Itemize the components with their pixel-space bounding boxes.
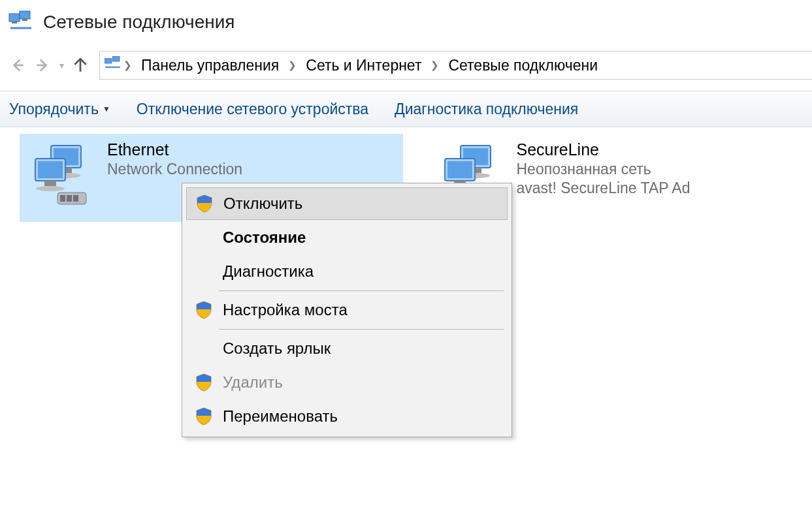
breadcrumb: ❯ Панель управления ❯ Сеть и Интернет ❯ … <box>123 57 604 74</box>
shield-icon <box>193 299 215 321</box>
shield-icon <box>193 371 215 394</box>
svg-rect-0 <box>9 14 20 22</box>
chevron-right-icon: ❯ <box>288 59 297 71</box>
shield-icon <box>193 405 215 428</box>
breadcrumb-item-network-internet[interactable]: Сеть и Интернет <box>299 57 428 74</box>
svg-rect-5 <box>113 57 120 62</box>
network-connections-icon <box>8 10 34 35</box>
chevron-right-icon: ❯ <box>430 59 439 71</box>
breadcrumb-item-control-panel[interactable]: Панель управления <box>135 57 285 74</box>
address-bar-icon <box>104 55 123 76</box>
svg-rect-23 <box>447 161 472 178</box>
chevron-right-icon: ❯ <box>123 59 132 71</box>
svg-rect-11 <box>38 161 63 178</box>
nav-up-button[interactable] <box>69 54 91 76</box>
context-menu-bridge[interactable]: Настройка моста <box>186 294 508 326</box>
diagnose-label: Диагностика подключения <box>395 101 578 118</box>
context-menu-item-label: Диагностика <box>223 262 314 281</box>
disable-device-label: Отключение сетевого устройства <box>137 101 368 118</box>
connection-name: SecureLine <box>517 140 690 159</box>
window-title: Сетевые подключения <box>43 12 235 33</box>
connection-status: Network Connection <box>107 161 242 178</box>
context-menu-delete: Удалить <box>186 366 508 399</box>
connection-device: avast! SecureLine TAP Ad <box>517 179 690 197</box>
svg-rect-3 <box>22 19 27 21</box>
content-area: Ethernet Network Connection <box>0 127 812 222</box>
navigation-row: ▾ ❯ Панель управления ❯ Сеть и Интернет … <box>0 48 812 83</box>
context-menu-status[interactable]: Состояние <box>186 221 508 254</box>
context-menu-item-label: Создать ярлык <box>223 339 331 358</box>
organize-label: Упорядочить <box>9 101 99 118</box>
address-bar[interactable]: ❯ Панель управления ❯ Сеть и Интернет ❯ … <box>99 51 812 80</box>
context-menu-rename[interactable]: Переименовать <box>186 400 508 433</box>
context-menu-create-shortcut[interactable]: Создать ярлык <box>186 332 508 365</box>
connection-text: Ethernet Network Connection <box>107 139 242 179</box>
breadcrumb-item-network-connections[interactable]: Сетевые подключени <box>442 57 604 74</box>
context-menu-item-label: Состояние <box>223 228 306 247</box>
blank-icon <box>193 337 215 360</box>
shield-icon <box>193 193 216 215</box>
blank-icon <box>193 226 215 249</box>
context-menu-item-label: Настройка моста <box>223 301 348 319</box>
svg-rect-1 <box>12 22 17 23</box>
disable-device-button[interactable]: Отключение сетевого устройства <box>137 101 368 118</box>
chevron-down-icon: ▼ <box>103 104 110 114</box>
nav-back-button[interactable] <box>7 54 29 76</box>
window-title-bar: Сетевые подключения <box>0 0 812 48</box>
context-menu-item-label: Удалить <box>223 373 283 392</box>
context-menu-item-label: Отключить <box>223 194 302 213</box>
svg-rect-16 <box>67 195 72 202</box>
svg-rect-17 <box>73 195 78 202</box>
svg-rect-15 <box>60 195 65 202</box>
context-menu-diagnose[interactable]: Диагностика <box>186 255 508 288</box>
connection-name: Ethernet <box>107 140 242 159</box>
organize-button[interactable]: Упорядочить ▼ <box>9 101 110 118</box>
connection-text: SecureLine Неопознанная сеть avast! Secu… <box>517 139 690 197</box>
nav-history-dropdown[interactable]: ▾ <box>55 60 68 70</box>
command-toolbar: Упорядочить ▼ Отключение сетевого устрой… <box>0 91 812 127</box>
nav-forward-button[interactable] <box>31 54 54 76</box>
context-menu: Отключить Состояние Диагностика Настройк… <box>182 183 512 437</box>
svg-rect-4 <box>105 59 112 64</box>
svg-rect-12 <box>44 181 56 186</box>
context-menu-item-label: Переименовать <box>223 407 338 426</box>
blank-icon <box>193 260 215 283</box>
context-menu-separator <box>219 329 504 330</box>
network-adapter-icon <box>26 139 98 211</box>
diagnose-connection-button[interactable]: Диагностика подключения <box>395 101 578 118</box>
svg-point-13 <box>36 186 65 191</box>
connection-status: Неопознанная сеть <box>517 161 690 178</box>
svg-rect-2 <box>20 11 30 19</box>
context-menu-disable[interactable]: Отключить <box>186 187 508 220</box>
context-menu-separator <box>219 290 504 291</box>
